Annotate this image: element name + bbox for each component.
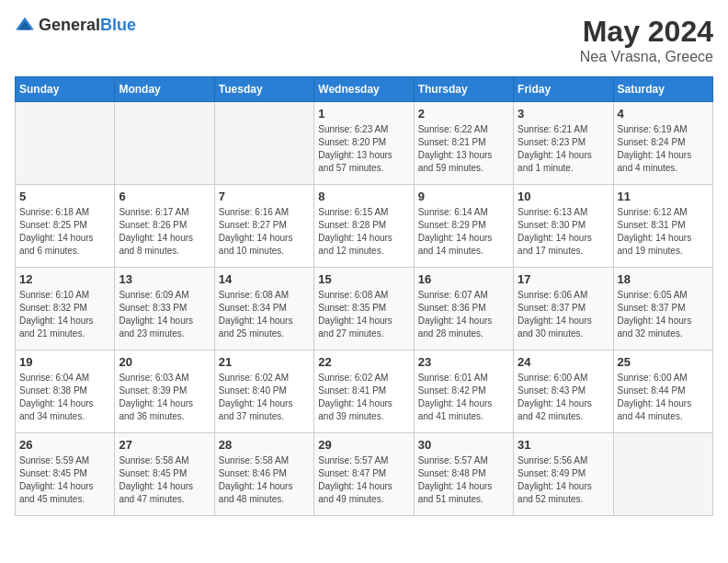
weekday-header: Saturday: [613, 77, 712, 102]
day-number: 27: [119, 438, 210, 452]
calendar-cell: [115, 102, 214, 185]
day-number: 28: [219, 438, 310, 452]
logo-blue: Blue: [100, 16, 136, 34]
day-number: 1: [318, 107, 409, 121]
day-number: 10: [518, 190, 609, 203]
day-number: 9: [418, 190, 509, 203]
day-number: 23: [418, 355, 509, 369]
calendar-cell: 19Sunrise: 6:04 AM Sunset: 8:38 PM Dayli…: [16, 350, 115, 433]
day-info: Sunrise: 5:57 AM Sunset: 8:48 PM Dayligh…: [418, 454, 509, 506]
day-info: Sunrise: 6:00 AM Sunset: 8:44 PM Dayligh…: [618, 372, 709, 423]
calendar-cell: 4Sunrise: 6:19 AM Sunset: 8:24 PM Daylig…: [613, 102, 712, 185]
day-info: Sunrise: 6:09 AM Sunset: 8:33 PM Dayligh…: [119, 289, 210, 340]
weekday-header: Sunday: [16, 77, 115, 102]
calendar-cell: [16, 102, 115, 185]
day-info: Sunrise: 6:15 AM Sunset: 8:28 PM Dayligh…: [318, 206, 409, 258]
logo-text: GeneralBlue: [39, 16, 136, 35]
day-info: Sunrise: 6:13 AM Sunset: 8:30 PM Dayligh…: [518, 206, 609, 258]
day-number: 31: [518, 438, 609, 452]
day-info: Sunrise: 5:56 AM Sunset: 8:49 PM Dayligh…: [518, 454, 609, 506]
day-info: Sunrise: 6:16 AM Sunset: 8:27 PM Dayligh…: [219, 206, 310, 258]
day-info: Sunrise: 5:58 AM Sunset: 8:46 PM Dayligh…: [219, 454, 310, 506]
weekday-header: Thursday: [414, 77, 513, 102]
day-info: Sunrise: 6:23 AM Sunset: 8:20 PM Dayligh…: [318, 123, 409, 175]
day-number: 18: [618, 272, 709, 286]
calendar-cell: 1Sunrise: 6:23 AM Sunset: 8:20 PM Daylig…: [314, 102, 414, 185]
day-info: Sunrise: 6:22 AM Sunset: 8:21 PM Dayligh…: [418, 123, 509, 175]
day-number: 15: [318, 272, 409, 286]
calendar-cell: 20Sunrise: 6:03 AM Sunset: 8:39 PM Dayli…: [115, 350, 214, 433]
calendar-cell: 13Sunrise: 6:09 AM Sunset: 8:33 PM Dayli…: [115, 268, 214, 350]
calendar-cell: 5Sunrise: 6:18 AM Sunset: 8:25 PM Daylig…: [16, 185, 115, 268]
day-number: 8: [318, 190, 409, 203]
day-number: 13: [119, 272, 210, 286]
day-number: 16: [418, 272, 509, 286]
day-number: 2: [418, 107, 509, 121]
day-number: 5: [19, 190, 110, 203]
calendar-cell: 31Sunrise: 5:56 AM Sunset: 8:49 PM Dayli…: [514, 433, 613, 516]
day-info: Sunrise: 6:05 AM Sunset: 8:37 PM Dayligh…: [618, 289, 709, 340]
day-number: 17: [518, 272, 609, 286]
day-info: Sunrise: 5:59 AM Sunset: 8:45 PM Dayligh…: [19, 454, 110, 506]
day-number: 21: [219, 355, 310, 369]
calendar-cell: 18Sunrise: 6:05 AM Sunset: 8:37 PM Dayli…: [613, 268, 712, 350]
calendar-cell: 25Sunrise: 6:00 AM Sunset: 8:44 PM Dayli…: [613, 350, 712, 433]
calendar-cell: 30Sunrise: 5:57 AM Sunset: 8:48 PM Dayli…: [414, 433, 513, 516]
weekday-header: Friday: [514, 77, 613, 102]
day-number: 4: [618, 107, 709, 121]
weekday-header: Wednesday: [314, 77, 414, 102]
calendar-header: SundayMondayTuesdayWednesdayThursdayFrid…: [16, 77, 713, 102]
day-number: 26: [19, 438, 110, 452]
weekday-row: SundayMondayTuesdayWednesdayThursdayFrid…: [16, 77, 713, 102]
calendar-week-row: 1Sunrise: 6:23 AM Sunset: 8:20 PM Daylig…: [16, 102, 713, 185]
page-header: GeneralBlue May 2024 Nea Vrasna, Greece: [15, 15, 713, 65]
day-number: 11: [618, 190, 709, 203]
day-info: Sunrise: 5:58 AM Sunset: 8:45 PM Dayligh…: [119, 454, 210, 506]
calendar-week-row: 12Sunrise: 6:10 AM Sunset: 8:32 PM Dayli…: [16, 268, 713, 350]
weekday-header: Monday: [115, 77, 214, 102]
day-info: Sunrise: 6:04 AM Sunset: 8:38 PM Dayligh…: [19, 372, 110, 423]
day-info: Sunrise: 6:18 AM Sunset: 8:25 PM Dayligh…: [19, 206, 110, 258]
calendar-table: SundayMondayTuesdayWednesdayThursdayFrid…: [15, 76, 713, 516]
calendar-cell: 21Sunrise: 6:02 AM Sunset: 8:40 PM Dayli…: [214, 350, 313, 433]
calendar-week-row: 26Sunrise: 5:59 AM Sunset: 8:45 PM Dayli…: [16, 433, 713, 516]
calendar-cell: 6Sunrise: 6:17 AM Sunset: 8:26 PM Daylig…: [115, 185, 214, 268]
day-info: Sunrise: 6:08 AM Sunset: 8:35 PM Dayligh…: [318, 289, 409, 340]
calendar-week-row: 19Sunrise: 6:04 AM Sunset: 8:38 PM Dayli…: [16, 350, 713, 433]
calendar-cell: 15Sunrise: 6:08 AM Sunset: 8:35 PM Dayli…: [314, 268, 414, 350]
day-info: Sunrise: 6:03 AM Sunset: 8:39 PM Dayligh…: [119, 372, 210, 423]
day-number: 12: [19, 272, 110, 286]
calendar-body: 1Sunrise: 6:23 AM Sunset: 8:20 PM Daylig…: [16, 102, 713, 516]
calendar-cell: 8Sunrise: 6:15 AM Sunset: 8:28 PM Daylig…: [314, 185, 414, 268]
calendar-cell: 22Sunrise: 6:02 AM Sunset: 8:41 PM Dayli…: [314, 350, 414, 433]
day-number: 25: [618, 355, 709, 369]
day-number: 29: [318, 438, 409, 452]
day-info: Sunrise: 6:12 AM Sunset: 8:31 PM Dayligh…: [618, 206, 709, 258]
calendar-cell: 14Sunrise: 6:08 AM Sunset: 8:34 PM Dayli…: [214, 268, 313, 350]
day-info: Sunrise: 6:19 AM Sunset: 8:24 PM Dayligh…: [618, 123, 709, 175]
day-info: Sunrise: 6:14 AM Sunset: 8:29 PM Dayligh…: [418, 206, 509, 258]
day-number: 7: [219, 190, 310, 203]
logo-icon: [15, 15, 35, 35]
weekday-header: Tuesday: [214, 77, 313, 102]
calendar-cell: 29Sunrise: 5:57 AM Sunset: 8:47 PM Dayli…: [314, 433, 414, 516]
calendar-cell: [613, 433, 712, 516]
calendar-cell: 26Sunrise: 5:59 AM Sunset: 8:45 PM Dayli…: [16, 433, 115, 516]
calendar-cell: 3Sunrise: 6:21 AM Sunset: 8:23 PM Daylig…: [514, 102, 613, 185]
day-info: Sunrise: 6:08 AM Sunset: 8:34 PM Dayligh…: [219, 289, 310, 340]
title-block: May 2024 Nea Vrasna, Greece: [580, 15, 713, 65]
calendar-cell: 10Sunrise: 6:13 AM Sunset: 8:30 PM Dayli…: [514, 185, 613, 268]
day-info: Sunrise: 6:21 AM Sunset: 8:23 PM Dayligh…: [518, 123, 609, 175]
day-info: Sunrise: 6:01 AM Sunset: 8:42 PM Dayligh…: [418, 372, 509, 423]
calendar-week-row: 5Sunrise: 6:18 AM Sunset: 8:25 PM Daylig…: [16, 185, 713, 268]
calendar-cell: 11Sunrise: 6:12 AM Sunset: 8:31 PM Dayli…: [613, 185, 712, 268]
location: Nea Vrasna, Greece: [580, 49, 713, 65]
day-number: 22: [318, 355, 409, 369]
day-info: Sunrise: 6:02 AM Sunset: 8:40 PM Dayligh…: [219, 372, 310, 423]
day-info: Sunrise: 5:57 AM Sunset: 8:47 PM Dayligh…: [318, 454, 409, 506]
calendar-cell: 17Sunrise: 6:06 AM Sunset: 8:37 PM Dayli…: [514, 268, 613, 350]
day-info: Sunrise: 6:17 AM Sunset: 8:26 PM Dayligh…: [119, 206, 210, 258]
calendar-cell: 12Sunrise: 6:10 AM Sunset: 8:32 PM Dayli…: [16, 268, 115, 350]
calendar-cell: 24Sunrise: 6:00 AM Sunset: 8:43 PM Dayli…: [514, 350, 613, 433]
day-info: Sunrise: 6:00 AM Sunset: 8:43 PM Dayligh…: [518, 372, 609, 423]
